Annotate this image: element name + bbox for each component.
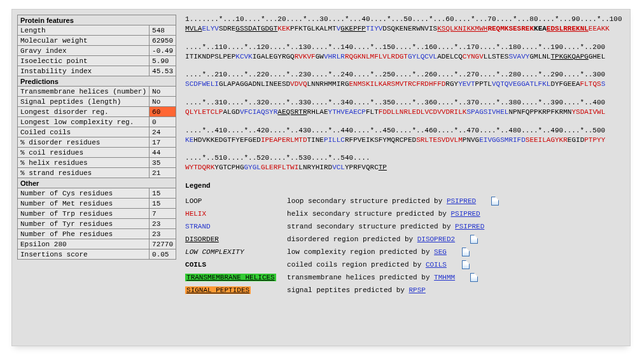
legend-row: TRANSMEMBRANE HELICEStransmembrane helic… (185, 271, 625, 284)
feature-value: 72770 (150, 239, 176, 249)
legend-row: LOW COMPLEXITYlow complexity region pred… (185, 246, 625, 258)
feature-value: No (150, 87, 176, 97)
feature-value: -0.49 (150, 46, 176, 56)
feature-label: % coil residues (18, 148, 150, 158)
document-icon[interactable] (462, 260, 470, 269)
ruler-5: ....*..410....*..420....*..430....*..440… (185, 126, 625, 136)
sequence-line-6: WYTDQRKYGTCPHGGYGLGLERFLTWILNRYHIRDVCLYP… (185, 163, 625, 172)
legend-desc: signal peptites predicted by RPSP (287, 286, 426, 295)
sequence-line-2: ITIKNDPSLPEPKCVKIGALEGYRGQRVKVFGWVHRLRRQ… (185, 52, 625, 62)
table-row: Transmembrane helices (number)No (18, 87, 176, 97)
legend-key: TRANSMEMBRANE HELICES (185, 274, 276, 281)
table-row: Instability index45.53 (18, 66, 176, 76)
feature-value: 5.90 (150, 56, 176, 66)
feature-value: 15 (150, 199, 176, 209)
legend-key: LOW COMPLEXITY (185, 248, 244, 256)
feature-label: Insertions score (18, 249, 150, 260)
legend-link[interactable]: PSIPRED (451, 210, 480, 218)
feature-label: Molecular weight (18, 36, 150, 46)
table-row: Number of Phe residues23 (18, 229, 176, 239)
table-row: % helix residues35 (18, 158, 176, 168)
document-icon[interactable] (470, 273, 478, 282)
document-icon[interactable] (462, 248, 470, 256)
sequence-line-1: MVLAELYVSDREGSSDATGDGTKEKPFKTGLKALMTVGKE… (185, 24, 625, 34)
features-table: Protein features Length548Molecular weig… (17, 15, 176, 260)
feature-label: Gravy index (18, 46, 150, 56)
table-row: Insertions score0.05 (18, 249, 176, 260)
feature-label: Number of Trp residues (18, 209, 150, 219)
legend-link[interactable]: SEG (434, 248, 447, 256)
feature-value: 24 (150, 127, 176, 137)
legend-desc: helix secondary structure predicted by P… (287, 209, 480, 219)
legend-row: DISORDERdisordered region predicted by D… (185, 233, 625, 246)
table-row: Gravy index-0.49 (18, 46, 176, 56)
feature-label: Number of Phe residues (18, 229, 150, 239)
ruler-1: 1.......*...10....*...20....*...30....*.… (185, 15, 625, 24)
table-row: Longest disorder reg.60 (18, 107, 176, 117)
feature-label: Number of Tyr residues (18, 219, 150, 229)
sequence-line-3: SCDFWELIGLAPAGGADNLINEESDVDVQLNNRHMMIRGE… (185, 80, 625, 89)
legend-desc: loop secondary structure predicted by PS… (287, 197, 476, 206)
legend-key: COILS (185, 261, 206, 269)
feature-label: Transmembrane helices (number) (18, 87, 150, 97)
document-icon[interactable] (491, 197, 499, 206)
feature-value: 548 (150, 25, 176, 36)
legend-row: COILScoiled coils region predicted by CO… (185, 258, 625, 271)
feature-value: 23 (150, 219, 176, 229)
ruler-6: ....*..510....*..520....*..530....*..540… (185, 153, 625, 163)
table-row: Number of Cys residues15 (18, 188, 176, 199)
legend-link[interactable]: COILS (426, 261, 447, 269)
feature-value: 21 (150, 168, 176, 178)
legend-row: LOOPloop secondary structure predicted b… (185, 195, 625, 207)
feature-value: 62950 (150, 36, 176, 46)
legend-row: SIGNAL PEPTIDESsignal peptites predicted… (185, 284, 625, 297)
table-row: Signal peptides (length)No (18, 97, 176, 107)
legend-link[interactable]: PSIPRED (455, 223, 484, 230)
table-row: Coiled coils24 (18, 127, 176, 137)
legend-desc: coiled coils region predicted by COILS (287, 260, 447, 270)
feature-label: % disorder residues (18, 137, 150, 148)
feature-value: 23 (150, 229, 176, 239)
feature-label: Number of Cys residues (18, 188, 150, 199)
feature-value: 60 (150, 107, 176, 117)
legend-desc: transmembrane helices predicted by TMHMM (287, 273, 455, 283)
table-row: Longest low complexity reg.0 (18, 117, 176, 127)
ruler-4: ....*..310....*..320....*..330....*..340… (185, 98, 625, 108)
table-row: Molecular weight62950 (18, 36, 176, 46)
table-row: Number of Met residues15 (18, 199, 176, 209)
feature-label: Epsilon 280 (18, 239, 150, 249)
table-row: % strand residues21 (18, 168, 176, 178)
legend-key: STRAND (185, 223, 211, 230)
feature-value: 44 (150, 148, 176, 158)
feature-label: Length (18, 25, 150, 36)
legend: Legend LOOPloop secondary structure pred… (185, 181, 625, 297)
feature-label: Longest low complexity reg. (18, 117, 150, 127)
sequence-line-4: QLYLETCLPALGDVFCIAQSYRAEQSRTRRHLAEYTHVEA… (185, 108, 625, 117)
table-row: Epsilon 28072770 (18, 239, 176, 249)
feature-label: % helix residues (18, 158, 150, 168)
feature-value: 0.05 (150, 249, 176, 260)
legend-link[interactable]: TMHMM (434, 274, 455, 281)
feature-label: Isoelectic point (18, 56, 150, 66)
table-row: % coil residues44 (18, 148, 176, 158)
ruler-3: ....*..210....*..220....*..230....*..240… (185, 70, 625, 80)
legend-key: HELIX (185, 210, 206, 218)
legend-title: Legend (185, 181, 625, 191)
section-header-predictions: Predictions (18, 76, 176, 87)
section-header-other: Other (18, 178, 176, 188)
sequence-line-5: KEHDVKKEDGTFYEFGEDIPEAPERLMTDTINEPILLCRF… (185, 136, 625, 145)
feature-label: Signal peptides (length) (18, 97, 150, 107)
legend-link[interactable]: RPSP (409, 286, 426, 294)
feature-value: 7 (150, 209, 176, 219)
table-row: Number of Tyr residues23 (18, 219, 176, 229)
table-row: % disorder residues17 (18, 137, 176, 148)
feature-value: 45.53 (150, 66, 176, 76)
feature-value: 15 (150, 188, 176, 199)
document-icon[interactable] (470, 235, 478, 244)
legend-key: SIGNAL PEPTIDES (185, 286, 251, 294)
legend-key: LOOP (185, 197, 202, 205)
legend-key: DISORDER (185, 235, 219, 243)
legend-link[interactable]: DISOPRED2 (417, 235, 455, 243)
legend-link[interactable]: PSIPRED (447, 197, 476, 205)
feature-label: Instability index (18, 66, 150, 76)
